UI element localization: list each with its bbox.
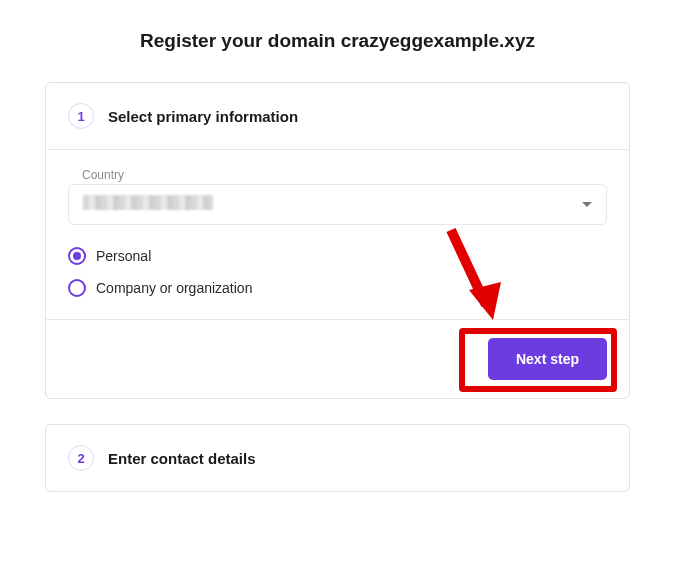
country-label: Country bbox=[68, 168, 607, 182]
country-value bbox=[83, 195, 582, 214]
step1-title: Select primary information bbox=[108, 108, 298, 125]
radio-personal-label: Personal bbox=[96, 248, 151, 264]
radio-dot-icon bbox=[73, 252, 81, 260]
country-select[interactable] bbox=[68, 184, 607, 225]
chevron-down-icon bbox=[582, 202, 592, 207]
radio-company[interactable]: Company or organization bbox=[68, 279, 607, 297]
account-type-radio-group: Personal Company or organization bbox=[68, 247, 607, 297]
step2-number-badge: 2 bbox=[68, 445, 94, 471]
step1-header: 1 Select primary information bbox=[46, 83, 629, 149]
next-step-button[interactable]: Next step bbox=[488, 338, 607, 380]
step1-card: 1 Select primary information Country Per… bbox=[45, 82, 630, 399]
step2-header[interactable]: 2 Enter contact details bbox=[46, 425, 629, 491]
step1-body: Country Personal Company or organization bbox=[46, 149, 629, 319]
step1-number-badge: 1 bbox=[68, 103, 94, 129]
redacted-text bbox=[83, 195, 213, 210]
step1-footer: Next step bbox=[46, 319, 629, 398]
radio-icon-selected bbox=[68, 247, 86, 265]
step2-title: Enter contact details bbox=[108, 450, 256, 467]
radio-company-label: Company or organization bbox=[96, 280, 252, 296]
step2-card: 2 Enter contact details bbox=[45, 424, 630, 492]
page-title: Register your domain crazyeggexample.xyz bbox=[45, 30, 630, 52]
radio-icon-unselected bbox=[68, 279, 86, 297]
radio-personal[interactable]: Personal bbox=[68, 247, 607, 265]
